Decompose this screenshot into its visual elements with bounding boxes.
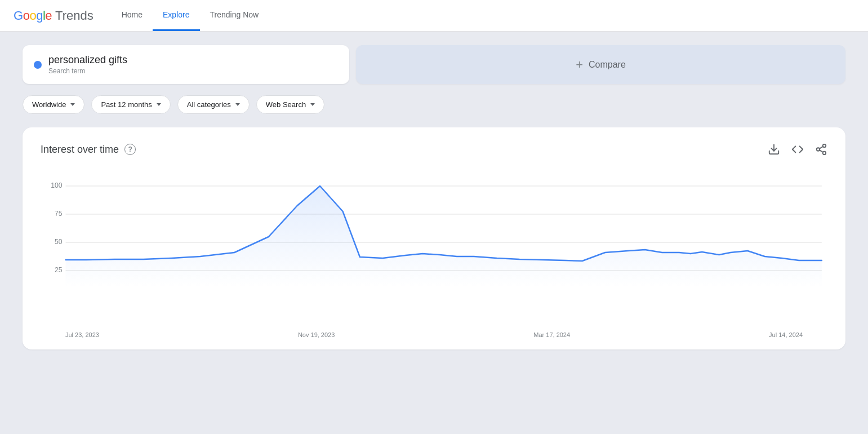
compare-plus-icon: + xyxy=(576,57,583,72)
filter-time-label: Past 12 months xyxy=(101,100,152,109)
chart-title: Interest over time xyxy=(41,144,119,156)
header: Google Trends Home Explore Trending Now xyxy=(0,0,868,32)
x-label-3: Mar 17, 2024 xyxy=(533,331,570,338)
filter-region[interactable]: Worldwide xyxy=(23,95,84,114)
svg-line-5 xyxy=(820,147,823,149)
chart-actions xyxy=(768,143,827,156)
svg-text:50: 50 xyxy=(55,238,63,246)
chevron-down-icon xyxy=(70,103,75,106)
download-icon[interactable] xyxy=(768,143,780,156)
chevron-down-icon xyxy=(310,103,315,106)
svg-text:25: 25 xyxy=(55,266,63,274)
x-label-1: Jul 23, 2023 xyxy=(65,331,99,338)
logo-google-text: Google xyxy=(14,8,52,23)
nav-explore[interactable]: Explore xyxy=(153,0,199,31)
main-content: personalized gifts Search term + Compare… xyxy=(0,32,868,363)
search-dot xyxy=(34,61,42,69)
chart-title-group: Interest over time ? xyxy=(41,144,136,156)
x-label-2: Nov 19, 2023 xyxy=(298,331,335,338)
svg-text:100: 100 xyxy=(51,181,63,189)
filter-search-type[interactable]: Web Search xyxy=(256,95,324,114)
filter-row: Worldwide Past 12 months All categories … xyxy=(23,95,845,114)
chart-area: 100 75 50 25 Ju xyxy=(41,169,827,338)
x-axis-labels: Jul 23, 2023 Nov 19, 2023 Mar 17, 2024 J… xyxy=(41,327,827,338)
main-nav: Home Explore Trending Now xyxy=(112,0,269,31)
search-box: personalized gifts Search term xyxy=(23,45,349,84)
compare-label: Compare xyxy=(589,60,626,70)
nav-home[interactable]: Home xyxy=(112,0,153,31)
compare-box[interactable]: + Compare xyxy=(356,45,845,84)
help-icon[interactable]: ? xyxy=(124,144,136,155)
chevron-down-icon xyxy=(157,103,161,106)
chart-card: Interest over time ? xyxy=(23,127,845,349)
share-icon[interactable] xyxy=(815,143,827,156)
nav-trending-now[interactable]: Trending Now xyxy=(200,0,269,31)
search-term: personalized gifts xyxy=(48,54,127,66)
filter-search-type-label: Web Search xyxy=(266,100,306,109)
search-compare-row: personalized gifts Search term + Compare xyxy=(23,45,845,84)
search-type: Search term xyxy=(48,67,127,75)
embed-icon[interactable] xyxy=(791,143,804,156)
filter-time[interactable]: Past 12 months xyxy=(91,95,170,114)
svg-text:75: 75 xyxy=(55,210,63,218)
x-label-4: Jul 14, 2024 xyxy=(769,331,803,338)
filter-category[interactable]: All categories xyxy=(177,95,250,114)
search-text-group: personalized gifts Search term xyxy=(48,54,127,75)
logo[interactable]: Google Trends xyxy=(14,8,94,23)
chart-header: Interest over time ? xyxy=(41,143,827,156)
chevron-down-icon xyxy=(235,103,240,106)
logo-trends-text: Trends xyxy=(55,8,94,23)
trend-chart: 100 75 50 25 xyxy=(41,169,827,327)
filter-region-label: Worldwide xyxy=(32,100,66,109)
svg-line-4 xyxy=(820,150,823,152)
filter-category-label: All categories xyxy=(187,100,231,109)
